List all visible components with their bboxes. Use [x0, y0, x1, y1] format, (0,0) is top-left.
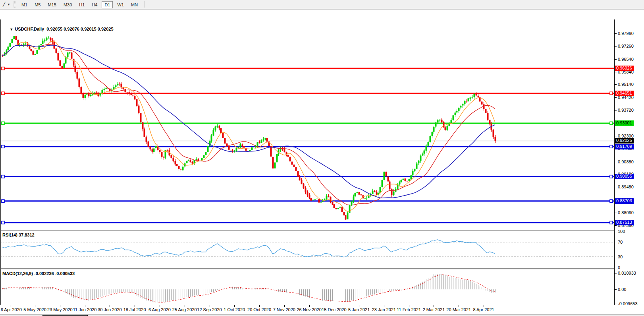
date-tick: [309, 305, 310, 307]
price-tick: [615, 110, 617, 111]
date-tick: [60, 305, 60, 307]
window-left-edge: [0, 19, 1, 305]
macd-pane: MACD(12,26,9) -0.002236 -0.000533: [0, 269, 615, 305]
timeframe-button-w1[interactable]: W1: [114, 1, 127, 8]
hline-0.90055[interactable]: [2, 175, 614, 178]
hline-0.93001[interactable]: [2, 122, 614, 124]
date-label: 7 Nov 2020: [273, 307, 295, 312]
rsi-tick-label: 70: [618, 240, 623, 244]
hline-price-label: 0.94651: [615, 91, 634, 96]
rsi-tick-label: 100: [618, 229, 625, 234]
drawing-tool-icon[interactable]: ╱: [1, 2, 7, 7]
hline-price-label: 0.91709: [615, 144, 634, 149]
date-tick: [334, 305, 334, 307]
macd-tick: [615, 304, 617, 304]
price-tick-label: 0.88060: [618, 210, 634, 215]
time-axis: 16 Apr 20205 May 202023 May 202011 Jun 2…: [0, 305, 644, 315]
hline-0.96026[interactable]: [2, 67, 614, 70]
hline-price-label: 0.93001: [615, 120, 634, 126]
timeframe-button-m5[interactable]: M5: [32, 1, 43, 8]
price-tick: [615, 136, 617, 136]
date-label: 2 Mar 2021: [423, 307, 445, 312]
price-tick: [615, 187, 617, 187]
date-tick: [459, 305, 459, 307]
date-label: 11 Feb 2021: [397, 307, 421, 312]
timeframe-button-m1[interactable]: M1: [19, 1, 30, 8]
dropdown-arrow-icon[interactable]: ▼: [7, 3, 10, 6]
timeframe-button-mn[interactable]: MN: [128, 1, 141, 8]
collapse-icon[interactable]: ▼: [10, 27, 13, 31]
date-tick: [135, 305, 135, 307]
date-tick: [210, 305, 210, 307]
macd-signal-line: [2, 275, 495, 302]
rsi-tick-label: 30: [618, 254, 623, 259]
hline-0.91709[interactable]: [2, 145, 614, 148]
macd-tick-label: 0.010933: [618, 271, 636, 275]
chart-title-text: USDCHF,Daily 0.92055 0.92076 0.92015 0.9…: [15, 27, 113, 31]
hline-price-label: 0.96026: [615, 66, 634, 71]
date-label: 18 Jul 2020: [123, 307, 146, 312]
rsi-label: RSI(14) 37.8312: [2, 233, 35, 237]
price-tick-label: 0.97960: [618, 31, 634, 36]
macd-tick-label: 0.00: [618, 287, 626, 292]
timeframe-button-h1[interactable]: H1: [76, 1, 87, 8]
price-tick-label: 0.92300: [618, 134, 634, 138]
chart-tab-bar: EURUSD,DailyUSDCHF,DailyAUDUSD,Daily|USD…: [0, 314, 644, 316]
price-tick: [615, 97, 617, 98]
toolbar: ╱ ▼ M1M5M15M30H1H4D1W1MN: [0, 0, 644, 9]
date-tick: [234, 305, 235, 307]
price-tick-label: 0.90880: [618, 159, 634, 164]
date-tick: [259, 305, 260, 307]
price-tick: [615, 72, 617, 72]
price-tick-label: 0.95140: [618, 82, 634, 87]
price-tick-label: 0.96540: [618, 57, 634, 62]
price-axis: 0.979600.972600.965400.958400.951400.944…: [615, 19, 644, 305]
price-pane: ▼USDCHF,Daily 0.92055 0.92076 0.92015 0.…: [0, 21, 615, 230]
date-label: 15 Dec 2020: [322, 307, 346, 312]
date-label: 23 May 2020: [47, 307, 73, 312]
price-tick: [615, 213, 617, 213]
date-label: 30 Jun 2020: [98, 307, 122, 312]
timeframe-buttons: M1M5M15M30H1H4D1W1MN: [18, 1, 141, 8]
date-label: 1 Oct 2020: [224, 307, 245, 312]
chart-window: ▼USDCHF,Daily 0.92055 0.92076 0.92015 0.…: [0, 10, 644, 314]
date-tick: [284, 305, 285, 307]
timeframe-button-m30[interactable]: M30: [61, 1, 75, 8]
price-tick-label: 0.93720: [618, 108, 634, 112]
date-label: 11 Jun 2020: [73, 307, 97, 312]
date-tick: [185, 305, 185, 307]
date-label: 23 Jan 2021: [372, 307, 396, 312]
price-tick: [615, 46, 617, 47]
date-label: 26 Nov 2020: [297, 307, 321, 312]
hline-price-label: 0.90055: [615, 174, 634, 179]
timeframe-button-d1[interactable]: D1: [102, 1, 113, 8]
current-price-label: 0.92025: [615, 138, 634, 143]
price-tick: [615, 84, 617, 85]
toolbar-grip[interactable]: [13, 1, 15, 8]
hline-0.88703[interactable]: [2, 200, 614, 202]
timeframe-button-h4[interactable]: H4: [89, 1, 100, 8]
fast-ma: [2, 41, 495, 211]
date-label: 5 Jan 2021: [348, 307, 370, 312]
rsi-pane: RSI(14) 37.8312: [0, 231, 615, 268]
price-tick: [615, 33, 617, 34]
macd-tick: [615, 289, 617, 290]
macd-label: MACD(12,26,9) -0.002236 -0.000533: [2, 271, 75, 276]
macd-histogram: [3, 274, 496, 303]
date-tick: [10, 305, 10, 307]
date-label: 16 Apr 2020: [0, 307, 22, 312]
date-tick: [35, 305, 35, 307]
date-label: 20 Oct 2020: [247, 307, 271, 312]
macd-tick: [615, 273, 617, 273]
date-tick: [484, 305, 484, 307]
date-label: 12 Sep 2020: [197, 307, 222, 312]
timeframe-button-m15[interactable]: M15: [45, 1, 59, 8]
rsi-tick-label: 0: [618, 265, 620, 270]
rsi-plot: [0, 231, 615, 268]
hline-0.87513[interactable]: [2, 221, 614, 224]
date-tick: [160, 305, 160, 307]
price-tick-label: 0.89480: [618, 184, 634, 189]
date-label: 25 Aug 2020: [172, 307, 197, 312]
date-label: 6 Aug 2020: [148, 307, 171, 312]
hline-price-label: 0.88703: [615, 198, 634, 204]
